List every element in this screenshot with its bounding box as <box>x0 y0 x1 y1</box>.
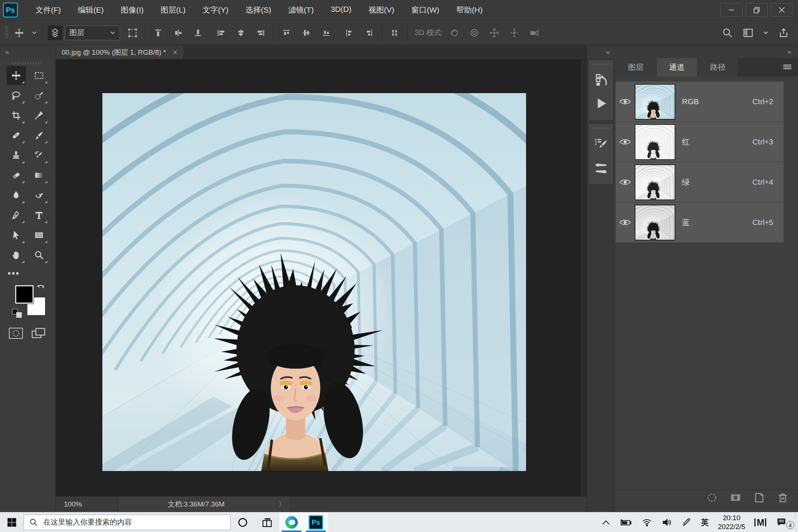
menu-type[interactable]: 文字(Y) <box>202 5 228 15</box>
taskbar-clock[interactable]: 20:102022/2/5 <box>713 512 750 532</box>
move-tool-preset-button[interactable] <box>12 25 27 40</box>
eraser-tool[interactable] <box>7 166 26 185</box>
menu-view[interactable]: 视图(V) <box>368 5 394 15</box>
align-right-button[interactable] <box>253 25 268 40</box>
move-tool[interactable] <box>7 66 26 85</box>
canvas-pasteboard[interactable] <box>56 59 581 496</box>
distribute-top-button[interactable] <box>279 25 294 40</box>
3d-slide-button[interactable] <box>507 25 522 40</box>
dock-collapse-button[interactable]: « <box>606 48 610 56</box>
visibility-toggle[interactable] <box>615 218 635 226</box>
edge-taskbar-button[interactable] <box>279 512 304 532</box>
show-transform-controls-toggle[interactable] <box>125 25 140 40</box>
start-button[interactable] <box>0 512 24 532</box>
pen-status[interactable] <box>677 512 696 532</box>
canvas-vertical-scrollbar[interactable] <box>581 59 587 496</box>
align-vertical-center-button[interactable] <box>171 25 185 40</box>
align-bottom-button[interactable] <box>191 25 205 40</box>
healing-brush-tool[interactable] <box>7 126 26 145</box>
marquee-tool[interactable] <box>30 66 49 85</box>
3d-camera-button[interactable] <box>527 25 542 40</box>
new-channel-button[interactable] <box>754 492 765 503</box>
tab-paths[interactable]: 路径 <box>698 58 739 76</box>
save-selection-as-channel-button[interactable] <box>730 492 741 503</box>
channel-row-rgb[interactable]: RGB Ctrl+2 <box>615 82 784 122</box>
auto-select-toggle[interactable] <box>48 25 62 40</box>
auto-select-target-dropdown[interactable]: 图层 <box>65 25 120 40</box>
load-selection-button[interactable] <box>706 492 717 503</box>
align-left-button[interactable] <box>214 25 228 40</box>
menu-filter[interactable]: 滤镜(T) <box>288 5 314 15</box>
m-app-tray-icon[interactable]: M <box>750 512 771 532</box>
menu-window[interactable]: 窗口(W) <box>411 5 439 15</box>
search-icon[interactable] <box>722 27 733 38</box>
restore-button[interactable] <box>746 3 768 17</box>
hand-tool[interactable] <box>7 246 26 265</box>
ime-indicator[interactable]: 英 <box>696 512 713 532</box>
photoshop-taskbar-button[interactable]: Ps <box>304 512 328 532</box>
menu-image[interactable]: 图像(I) <box>121 5 144 15</box>
quick-selection-tool[interactable] <box>30 86 49 105</box>
tab-layers[interactable]: 图层 <box>615 58 657 76</box>
canvas-image[interactable] <box>102 93 526 471</box>
type-tool[interactable] <box>30 206 49 225</box>
history-panel-button[interactable] <box>589 69 613 91</box>
wifi-status[interactable] <box>637 512 657 532</box>
distribute-vcenter-button[interactable] <box>299 25 314 40</box>
menu-3d[interactable]: 3D(D) <box>331 5 351 15</box>
crop-tool[interactable] <box>7 106 26 125</box>
distribute-left-button[interactable] <box>342 25 357 40</box>
channel-row-blue[interactable]: 蓝 Ctrl+5 <box>615 202 784 243</box>
brush-settings-panel-button[interactable] <box>589 133 613 154</box>
menu-select[interactable]: 选择(S) <box>245 5 271 15</box>
brushes-panel-button[interactable] <box>589 157 613 178</box>
dodge-tool[interactable] <box>30 186 49 205</box>
swap-colors-button[interactable] <box>37 284 45 293</box>
cortana-button[interactable] <box>231 512 255 532</box>
foreground-color-swatch[interactable] <box>15 285 34 304</box>
task-view-button[interactable] <box>255 512 279 532</box>
default-colors-button[interactable] <box>12 309 22 318</box>
zoom-tool[interactable] <box>30 246 49 265</box>
battery-status[interactable] <box>615 512 637 532</box>
distribute-right-button[interactable] <box>362 25 376 40</box>
menu-layer[interactable]: 图层(L) <box>161 5 186 15</box>
tab-close-button[interactable]: × <box>173 48 177 57</box>
close-button[interactable] <box>771 3 793 17</box>
workspace-switcher-icon[interactable] <box>743 27 754 38</box>
3d-pan-button[interactable] <box>487 25 502 40</box>
align-horizontal-center-button[interactable] <box>233 25 248 40</box>
eyedropper-tool[interactable] <box>30 106 49 125</box>
taskbar-search-box[interactable]: 在这里输入你要搜索的内容 <box>24 515 231 530</box>
actions-panel-button[interactable] <box>589 93 613 114</box>
show-desktop-button[interactable] <box>795 512 798 532</box>
tab-channels[interactable]: 通道 <box>657 58 698 76</box>
visibility-toggle[interactable] <box>615 98 635 106</box>
chevron-down-icon[interactable] <box>32 31 37 35</box>
gradient-tool[interactable] <box>30 166 49 185</box>
chevron-down-icon[interactable] <box>763 31 768 35</box>
distribute-bottom-button[interactable] <box>319 25 334 40</box>
quick-mask-button[interactable] <box>8 327 23 339</box>
shape-tool[interactable] <box>30 226 49 245</box>
tray-overflow-button[interactable] <box>597 512 615 532</box>
clone-stamp-tool[interactable] <box>7 146 26 165</box>
brush-tool[interactable] <box>30 126 49 145</box>
channel-row-red[interactable]: 红 Ctrl+3 <box>615 122 784 162</box>
screen-mode-button[interactable] <box>31 327 47 340</box>
panel-expand-button[interactable]: » <box>787 48 791 56</box>
distribute-spacing-button[interactable] <box>387 25 402 40</box>
share-icon[interactable] <box>778 27 789 38</box>
document-size-status[interactable]: 文档:3.36M/7.36M <box>119 497 274 512</box>
toolbar-collapse-button[interactable]: « <box>5 48 9 56</box>
3d-orbit-button[interactable] <box>447 25 462 40</box>
volume-status[interactable] <box>657 512 677 532</box>
history-brush-tool[interactable] <box>30 146 49 165</box>
path-selection-tool[interactable] <box>7 226 26 245</box>
pen-tool[interactable] <box>7 206 26 225</box>
menu-file[interactable]: 文件(F) <box>35 5 61 15</box>
visibility-toggle[interactable] <box>615 178 635 186</box>
status-options-chevron[interactable]: 〉 <box>274 497 291 512</box>
document-tab[interactable]: 00.jpg @ 100% (图层 1, RGB/8) * × <box>56 45 183 59</box>
menu-edit[interactable]: 编辑(E) <box>78 5 104 15</box>
